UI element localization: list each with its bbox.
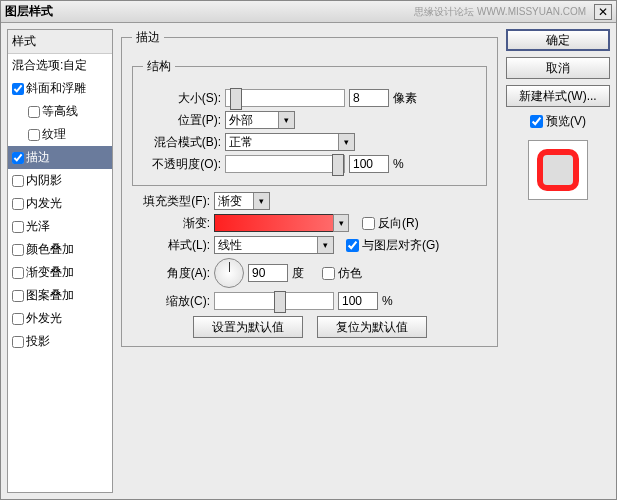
align-checkbox[interactable]: 与图层对齐(G) [346,237,439,254]
gradient-label: 渐变: [132,215,210,232]
scale-input[interactable] [338,292,378,310]
stroke-legend: 描边 [132,29,164,46]
chevron-down-icon: ▾ [253,193,269,209]
sidebar-label-5: 内发光 [26,195,62,212]
sidebar-check-7[interactable] [12,244,24,256]
sidebar-label-9: 图案叠加 [26,287,74,304]
watermark: 思缘设计论坛 WWW.MISSYUAN.COM [414,5,586,19]
scale-slider[interactable] [214,292,334,310]
scale-label: 缩放(C): [132,293,210,310]
angle-label: 角度(A): [132,265,210,282]
chevron-down-icon: ▾ [338,134,354,150]
size-label: 大小(S): [143,90,221,107]
chevron-down-icon: ▾ [278,112,294,128]
sidebar-check-8[interactable] [12,267,24,279]
size-slider[interactable] [225,89,345,107]
sidebar-item-6[interactable]: 光泽 [8,215,112,238]
sidebar-check-3[interactable] [12,152,24,164]
sidebar-check-5[interactable] [12,198,24,210]
cancel-button[interactable]: 取消 [506,57,610,79]
structure-legend: 结构 [143,58,175,75]
size-input[interactable] [349,89,389,107]
sidebar-label-0: 斜面和浮雕 [26,80,86,97]
sidebar-label-4: 内阴影 [26,172,62,189]
sidebar-item-9[interactable]: 图案叠加 [8,284,112,307]
style-select[interactable]: 线性▾ [214,236,334,254]
preview-checkbox[interactable]: 预览(V) [530,113,586,130]
window-title: 图层样式 [5,3,414,20]
preview-chip [537,149,579,191]
new-style-button[interactable]: 新建样式(W)... [506,85,610,107]
blendmode-select[interactable]: 正常▾ [225,133,355,151]
sidebar-check-10[interactable] [12,313,24,325]
preview-swatch [528,140,588,200]
styles-list: 样式 混合选项:自定 斜面和浮雕等高线纹理描边内阴影内发光光泽颜色叠加渐变叠加图… [7,29,113,493]
sidebar-label-3: 描边 [26,149,50,166]
sidebar-item-2[interactable]: 纹理 [8,123,112,146]
sidebar-label-1: 等高线 [42,103,78,120]
angle-dial[interactable] [214,258,244,288]
opacity-label: 不透明度(O): [143,156,221,173]
sidebar-check-11[interactable] [12,336,24,348]
angle-unit: 度 [292,265,304,282]
sidebar-check-0[interactable] [12,83,24,95]
pct-unit: % [393,157,404,171]
styles-header: 样式 [8,30,112,54]
ok-button[interactable]: 确定 [506,29,610,51]
stroke-group: 描边 结构 大小(S): 像素 位置(P): 外部▾ 混合模式(B): 正常▾ [121,29,498,347]
chevron-down-icon[interactable]: ▾ [333,214,349,232]
opacity-input[interactable] [349,155,389,173]
sidebar-item-7[interactable]: 颜色叠加 [8,238,112,261]
style-label: 样式(L): [132,237,210,254]
opacity-slider[interactable] [225,155,345,173]
gradient-swatch[interactable]: ▾ [214,214,334,232]
size-unit: 像素 [393,90,417,107]
filltype-label: 填充类型(F): [132,193,210,210]
sidebar-label-2: 纹理 [42,126,66,143]
sidebar-item-4[interactable]: 内阴影 [8,169,112,192]
sidebar-item-11[interactable]: 投影 [8,330,112,353]
position-label: 位置(P): [143,112,221,129]
sidebar-item-5[interactable]: 内发光 [8,192,112,215]
sidebar-label-7: 颜色叠加 [26,241,74,258]
sidebar-item-10[interactable]: 外发光 [8,307,112,330]
sidebar-label-10: 外发光 [26,310,62,327]
set-default-button[interactable]: 设置为默认值 [193,316,303,338]
chevron-down-icon: ▾ [317,237,333,253]
position-select[interactable]: 外部▾ [225,111,295,129]
sidebar-item-3[interactable]: 描边 [8,146,112,169]
sidebar-check-1[interactable] [28,106,40,118]
dither-checkbox[interactable]: 仿色 [322,265,362,282]
sidebar-item-8[interactable]: 渐变叠加 [8,261,112,284]
sidebar-label-11: 投影 [26,333,50,350]
reverse-checkbox[interactable]: 反向(R) [362,215,419,232]
blendmode-label: 混合模式(B): [143,134,221,151]
filltype-select[interactable]: 渐变▾ [214,192,270,210]
structure-group: 结构 大小(S): 像素 位置(P): 外部▾ 混合模式(B): 正常▾ 不透明… [132,58,487,186]
sidebar-item-1[interactable]: 等高线 [8,100,112,123]
pct-unit: % [382,294,393,308]
sidebar-check-4[interactable] [12,175,24,187]
sidebar-check-9[interactable] [12,290,24,302]
close-icon[interactable]: ✕ [594,4,612,20]
sidebar-label-8: 渐变叠加 [26,264,74,281]
blend-options-row[interactable]: 混合选项:自定 [8,54,112,77]
sidebar-check-6[interactable] [12,221,24,233]
angle-input[interactable] [248,264,288,282]
sidebar-check-2[interactable] [28,129,40,141]
sidebar-label-6: 光泽 [26,218,50,235]
sidebar-item-0[interactable]: 斜面和浮雕 [8,77,112,100]
reset-default-button[interactable]: 复位为默认值 [317,316,427,338]
